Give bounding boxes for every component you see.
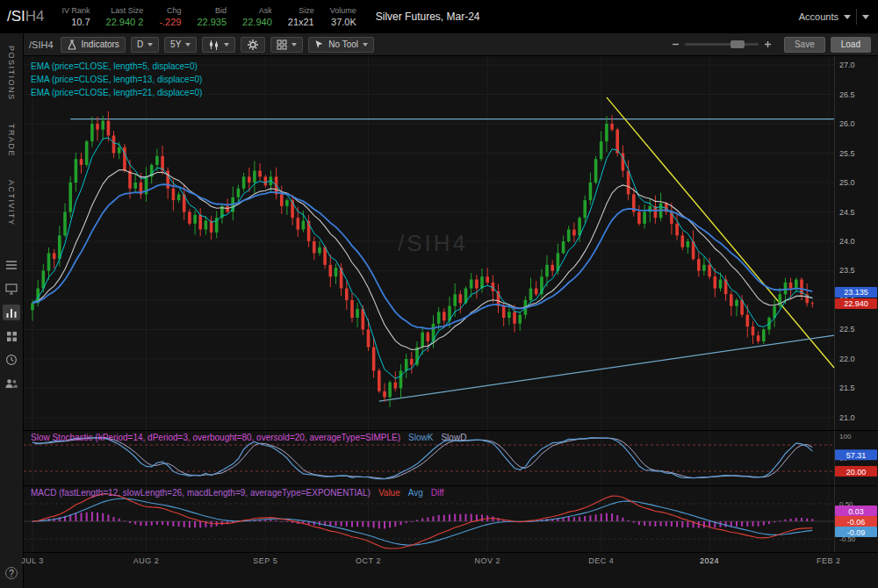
stochastic-study-label[interactable]: Slow Stochastic (kPeriod=14, dPeriod=3, …: [31, 433, 400, 442]
svg-text:100: 100: [839, 433, 852, 441]
range-dropdown[interactable]: 5Y: [164, 37, 197, 53]
macd-panel: 0.500.00-0.500.03-0.06-0.09 MACD (fastLe…: [24, 486, 878, 553]
drawing-tool-dropdown[interactable]: No Tool: [308, 37, 374, 53]
symbol-contract: H4: [25, 8, 45, 25]
save-button[interactable]: Save: [784, 37, 825, 53]
tool-label: No Tool: [328, 39, 358, 49]
stat-chg: Chg -.229: [159, 6, 181, 27]
trading-platform-window: /SI H4 IV Rank 10.7 Last Size 22.940 2 C…: [0, 0, 878, 588]
range-value: 5Y: [170, 39, 181, 49]
stat-label: Last Size: [111, 6, 143, 15]
bottom-filler: [24, 570, 878, 588]
aggregation-value: D: [137, 39, 143, 49]
svg-text:-0.09: -0.09: [847, 528, 866, 537]
macd-study-label[interactable]: MACD (fastLength=12, slowLength=26, macd…: [31, 488, 371, 498]
svg-text:22.5: 22.5: [839, 325, 855, 333]
zoom-slider-handle[interactable]: [730, 40, 745, 48]
price-chart-panel: 27.026.526.025.525.024.524.023.523.022.5…: [24, 56, 878, 431]
chevron-down-icon: [862, 15, 869, 19]
macd-value-label[interactable]: Value: [378, 488, 400, 498]
grid-icon: [277, 39, 287, 50]
zoom-in-icon[interactable]: [764, 40, 772, 48]
chart-settings-button[interactable]: [241, 37, 265, 53]
stat-label: IV Rank: [62, 6, 90, 15]
chevron-down-icon: [148, 43, 153, 47]
clock-icon[interactable]: [3, 352, 20, 368]
users-icon[interactable]: [3, 376, 20, 391]
aggregation-dropdown[interactable]: D: [131, 37, 159, 53]
header-divider: [856, 9, 857, 25]
ema5-label[interactable]: EMA (price=CLOSE, length=5, displace=0): [31, 60, 202, 73]
svg-text:22.0: 22.0: [839, 355, 855, 363]
svg-text:23.5: 23.5: [839, 266, 855, 275]
study-labels: EMA (price=CLOSE, length=5, displace=0) …: [31, 60, 202, 99]
stat-label: Ask: [259, 6, 272, 15]
time-axis-label: AUG 2: [133, 556, 160, 565]
stat-bid: Bid 22.935: [197, 6, 227, 27]
stat-ask: Ask 22.940: [242, 6, 272, 27]
svg-text:25.5: 25.5: [839, 149, 855, 158]
load-button[interactable]: Load: [831, 37, 871, 53]
stochastic-label-row: Slow Stochastic (kPeriod=14, dPeriod=3, …: [31, 433, 466, 442]
time-axis-label: 2024: [700, 556, 719, 565]
price-chart-canvas[interactable]: 27.026.526.025.525.024.524.023.523.022.5…: [24, 56, 878, 430]
toolbar-symbol: /SIH4: [29, 39, 54, 50]
svg-text:-0.06: -0.06: [847, 518, 866, 527]
chart-icon[interactable]: [3, 305, 20, 320]
sidebar-tab-positions[interactable]: POSITIONS: [7, 46, 16, 101]
svg-text:57.31: 57.31: [846, 451, 867, 460]
svg-text:23.135: 23.135: [844, 288, 868, 297]
gear-icon: [247, 39, 259, 51]
monitor-icon[interactable]: [3, 281, 20, 297]
macd-diff-label[interactable]: Diff: [431, 488, 444, 498]
ema13-label[interactable]: EMA (price=CLOSE, length=13, displace=0): [31, 73, 202, 86]
stat-label: Size: [299, 6, 314, 15]
stat-value: 22.935: [197, 17, 227, 27]
indicators-button[interactable]: Indicators: [61, 37, 126, 53]
time-axis-label: SEP 5: [253, 556, 277, 565]
stat-volume: Volume 37.0K: [330, 6, 356, 27]
svg-text:20.00: 20.00: [846, 468, 867, 477]
chevron-down-icon: [291, 43, 297, 47]
chart-toolbar: /SIH4 Indicators D 5Y: [24, 33, 878, 56]
help-icon[interactable]: ?: [5, 567, 18, 579]
slowd-label[interactable]: SlowD: [441, 433, 466, 442]
svg-text:21.0: 21.0: [839, 413, 855, 422]
chart-module: /SIH4 Indicators D 5Y: [24, 33, 878, 588]
accounts-label: Accounts: [799, 11, 838, 22]
zoom-control: [672, 40, 772, 48]
stat-iv-rank: IV Rank 10.7: [62, 6, 90, 27]
svg-text:25.0: 25.0: [839, 178, 855, 187]
svg-text:21.5: 21.5: [839, 384, 855, 392]
time-axis[interactable]: JUL 3AUG 2SEP 5OCT 2NOV 2DEC 42024FEB 2: [24, 553, 878, 570]
left-sidebar: POSITIONS TRADE ACTIVITY: [0, 33, 24, 588]
time-axis-label: OCT 2: [356, 556, 381, 565]
chart-type-dropdown[interactable]: [202, 37, 235, 53]
chevron-down-icon: [185, 43, 191, 47]
candlestick-icon: [208, 39, 220, 50]
slowk-label[interactable]: SlowK: [408, 433, 433, 442]
symbol-root: /SI: [7, 8, 25, 25]
watchlist-icon[interactable]: [3, 257, 20, 273]
svg-text:27.0: 27.0: [839, 61, 855, 69]
sidebar-tab-trade[interactable]: TRADE: [7, 124, 16, 157]
cursor-icon: [314, 39, 324, 49]
grid-layout-dropdown[interactable]: [270, 37, 303, 53]
macd-avg-label[interactable]: Avg: [408, 488, 423, 498]
ema21-label[interactable]: EMA (price=CLOSE, length=21, displace=0): [31, 86, 202, 99]
sidebar-tab-activity[interactable]: ACTIVITY: [7, 180, 16, 226]
accounts-menu[interactable]: Accounts: [799, 9, 869, 25]
zoom-slider[interactable]: [685, 43, 759, 46]
stat-value: -.229: [159, 17, 181, 27]
stat-last-size: Last Size 22.940 2: [106, 6, 144, 27]
stat-label: Volume: [330, 6, 356, 15]
stat-label: Chg: [167, 6, 182, 15]
instrument-description: Silver Futures, Mar-24: [376, 11, 480, 23]
flask-icon: [67, 39, 77, 50]
stochastic-panel: 1005057.3120.00 Slow Stochastic (kPeriod…: [24, 431, 878, 486]
zoom-out-icon[interactable]: [672, 40, 680, 48]
time-axis-label: DEC 4: [588, 556, 614, 565]
chevron-down-icon: [363, 43, 368, 47]
apps-grid-icon[interactable]: [3, 328, 20, 344]
time-axis-label: FEB 2: [817, 556, 841, 565]
